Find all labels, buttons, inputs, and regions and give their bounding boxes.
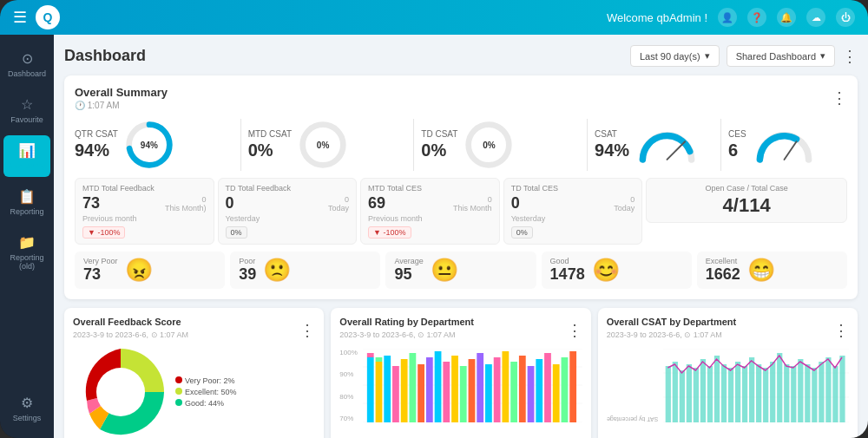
sidebar-item-monitoring[interactable]: 📊 Monitoring bbox=[3, 135, 50, 177]
metric-td-csat: TD CSAT 0% 0% bbox=[421, 119, 580, 171]
sidebar-label-monitoring: Monitoring bbox=[9, 161, 45, 170]
svg-rect-53 bbox=[735, 362, 740, 422]
period-dropdown[interactable]: Last 90 day(s) ▾ bbox=[630, 45, 720, 67]
sidebar-item-settings[interactable]: ⚙ Settings bbox=[3, 388, 50, 429]
settings-icon: ⚙ bbox=[21, 395, 33, 411]
section-time: 🕐 1:07 AM bbox=[75, 101, 168, 110]
sidebar-item-dashboard[interactable]: ⊙ Dashboard bbox=[3, 43, 50, 85]
main-content: Dashboard Last 90 day(s) ▾ Shared Dashbo… bbox=[54, 35, 868, 438]
mtd-ces-badge: ▼ -100% bbox=[368, 226, 411, 239]
td-total-ces: TD Total CES 0 0 Today Yesterday bbox=[503, 178, 643, 245]
svg-rect-33 bbox=[527, 366, 534, 422]
charts-row: Overall Feedback Score 2023-3-9 to 2023-… bbox=[64, 308, 858, 438]
td-ces-label: TD Total CES bbox=[511, 184, 635, 193]
qtr-csat-donut: 94% bbox=[123, 119, 175, 171]
user-icon[interactable]: 👤 bbox=[718, 8, 737, 27]
pie-legend: Very Poor: 2% Excellent: 50% Good: 44% bbox=[175, 376, 237, 408]
sentiment-very-poor: Very Poor 73 😠 bbox=[75, 252, 225, 289]
td-ces-value: 0 bbox=[511, 194, 520, 212]
power-icon[interactable]: ⏻ bbox=[836, 8, 855, 27]
top-bar: ☰ Q Welcome qbAdmin ! 👤 ❓ 🔔 ☁ ⏻ bbox=[0, 0, 868, 35]
header-controls: Last 90 day(s) ▾ Shared Dashboard ▾ ⋮ bbox=[630, 45, 858, 67]
svg-rect-19 bbox=[409, 353, 416, 422]
mtd-csat-donut: 0% bbox=[297, 119, 349, 171]
svg-rect-43 bbox=[666, 366, 671, 422]
mtd-feedback-label: MTD Total Feedback bbox=[82, 184, 207, 193]
poor-label: Poor bbox=[239, 257, 256, 265]
open-case-label: Open Case / Total Case bbox=[705, 184, 787, 193]
td-ces-badge: 0% bbox=[511, 226, 533, 239]
average-label: Average bbox=[394, 257, 423, 265]
svg-rect-38 bbox=[569, 351, 576, 422]
sidebar-label-settings: Settings bbox=[13, 414, 42, 422]
svg-rect-37 bbox=[561, 357, 568, 422]
svg-point-6 bbox=[96, 368, 145, 416]
svg-rect-17 bbox=[392, 366, 399, 422]
mtd-feedback-value: 73 bbox=[82, 194, 100, 212]
notification-icon[interactable]: 🔔 bbox=[777, 8, 796, 27]
svg-rect-56 bbox=[756, 364, 761, 422]
chart-feedback-title: Overall Feedback Score bbox=[73, 317, 188, 327]
svg-rect-29 bbox=[494, 357, 501, 422]
svg-rect-31 bbox=[510, 362, 517, 422]
sidebar-item-favourite[interactable]: ☆ Favourite bbox=[3, 89, 50, 131]
sidebar-item-reporting[interactable]: 📋 Reporting bbox=[3, 181, 50, 223]
metric-ces-gauge: CES 6 bbox=[728, 126, 847, 165]
average-value: 95 bbox=[394, 265, 423, 284]
dashboard-dropdown[interactable]: Shared Dashboard ▾ bbox=[727, 45, 835, 67]
svg-rect-68 bbox=[839, 356, 845, 422]
svg-rect-60 bbox=[784, 364, 789, 422]
svg-rect-52 bbox=[728, 368, 733, 422]
svg-rect-32 bbox=[519, 356, 526, 422]
svg-rect-50 bbox=[714, 356, 720, 422]
header-menu-button[interactable]: ⋮ bbox=[842, 47, 858, 66]
svg-rect-54 bbox=[742, 366, 747, 422]
svg-rect-44 bbox=[673, 362, 678, 422]
qtr-csat-label: QTR CSAT bbox=[75, 129, 118, 139]
monitoring-icon: 📊 bbox=[18, 142, 36, 159]
open-case-value: 4/114 bbox=[723, 194, 771, 217]
good-value: 1478 bbox=[550, 265, 585, 284]
metrics-row: QTR CSAT 94% 94% bbox=[75, 119, 847, 171]
excellent-value: 1662 bbox=[706, 265, 740, 284]
svg-rect-22 bbox=[434, 351, 441, 422]
open-case-item: Open Case / Total Case 4/114 bbox=[646, 178, 847, 223]
excellent-emoji: 😁 bbox=[747, 257, 775, 284]
pie-chart bbox=[73, 344, 168, 438]
help-icon[interactable]: ❓ bbox=[747, 8, 766, 27]
svg-rect-49 bbox=[707, 366, 713, 422]
bar-chart-svg bbox=[363, 349, 582, 422]
svg-rect-28 bbox=[485, 364, 492, 422]
favourite-icon: ☆ bbox=[21, 96, 33, 113]
sidebar-label-reporting-old: Reporting (old) bbox=[8, 253, 46, 271]
mtd-feedback-badge: ▼ -100% bbox=[82, 226, 125, 239]
td-total-feedback: TD Total Feedback 0 0 Today Yesterday bbox=[218, 178, 358, 245]
svg-rect-23 bbox=[443, 362, 450, 422]
sidebar-label-reporting: Reporting bbox=[10, 207, 43, 216]
csat-chart-area: SAT by percentage bbox=[607, 344, 849, 422]
td-csat-value: 0% bbox=[421, 141, 457, 160]
welcome-text: Welcome qbAdmin ! bbox=[607, 11, 707, 24]
td-csat-center: 0% bbox=[483, 141, 495, 150]
svg-rect-18 bbox=[401, 359, 408, 422]
svg-rect-63 bbox=[805, 364, 810, 422]
sidebar-item-reporting-old[interactable]: 📁 Reporting (old) bbox=[3, 227, 50, 278]
svg-rect-58 bbox=[770, 362, 775, 422]
chart-rating-menu[interactable]: ⋮ bbox=[567, 321, 582, 340]
sentiment-average: Average 95 😐 bbox=[385, 252, 536, 289]
csat-chart-svg bbox=[663, 349, 849, 422]
metric-csat-gauge: CSAT 94% bbox=[595, 126, 713, 165]
excellent-label: Excellent bbox=[706, 257, 740, 265]
metric-mtd-csat: MTD CSAT 0% 0% bbox=[248, 119, 407, 171]
chart-feedback-menu[interactable]: ⋮ bbox=[299, 321, 315, 340]
hamburger-menu[interactable]: ☰ bbox=[13, 8, 27, 27]
td-csat-label: TD CSAT bbox=[421, 129, 457, 139]
chart-csat-menu[interactable]: ⋮ bbox=[833, 321, 849, 340]
svg-rect-36 bbox=[553, 364, 560, 422]
cloud-icon[interactable]: ☁ bbox=[806, 8, 825, 27]
svg-line-5 bbox=[784, 141, 796, 160]
summary-menu-button[interactable]: ⋮ bbox=[832, 88, 847, 108]
td-feedback-label: TD Total Feedback bbox=[226, 184, 350, 193]
svg-rect-25 bbox=[460, 366, 467, 422]
svg-rect-26 bbox=[468, 359, 475, 422]
